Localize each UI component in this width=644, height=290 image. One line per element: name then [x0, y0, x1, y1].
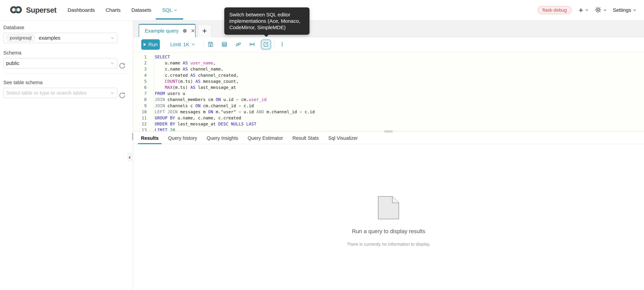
nav-item-dashboards[interactable]: Dashboards [68, 7, 95, 13]
save-icon [208, 41, 214, 48]
highlighted-icon-wrap [260, 39, 271, 50]
table-select-placeholder: Select table or type to search tables [6, 90, 86, 96]
chevron-down-icon [192, 42, 195, 45]
code-line: c.name AS channel_name, [155, 66, 644, 72]
refresh-icon [118, 67, 126, 70]
results-tab-result-stats[interactable]: Result Stats [292, 135, 319, 144]
chevron-down-icon [174, 8, 177, 11]
navbar-right: flask-debug + Settings [538, 6, 638, 14]
results-tab-bar: ResultsQuery historyQuery InsightsQuery … [133, 131, 644, 144]
empty-state-subtitle: There is currently no information to dis… [347, 242, 430, 247]
collapse-sidebar-button[interactable] [127, 153, 132, 162]
nav-item-label: SQL [162, 7, 172, 13]
link-icon [236, 41, 241, 48]
chevron-down-icon [604, 8, 606, 11]
save-button[interactable] [204, 37, 218, 52]
chevron-down-icon [111, 91, 114, 94]
nav-item-label: Dashboards [68, 7, 95, 13]
environment-badge: flask-debug [538, 6, 572, 14]
plus-icon: + [579, 7, 583, 13]
settings-menu[interactable]: Settings [613, 7, 636, 13]
results-tab-query-estimator[interactable]: Query Estimator [248, 135, 283, 144]
sql-editor[interactable]: 12345678910111213 SELECT u.name AS user_… [133, 52, 644, 131]
editor-width-icon [249, 41, 255, 48]
empty-state-title: Run a query to display results [352, 228, 425, 235]
results-panel: ResultsQuery historyQuery InsightsQuery … [133, 131, 644, 290]
sidebar-divider [4, 73, 130, 73]
run-query-button[interactable]: Run [141, 39, 160, 50]
query-tab[interactable]: Example query ✕ [139, 24, 196, 37]
results-tab-query-history[interactable]: Query history [168, 135, 197, 144]
chevron-down-icon [634, 8, 636, 11]
code-line: JOIN channel_members cm ON u.id = cm.use… [155, 97, 644, 103]
brand-name: Superset [26, 6, 56, 14]
editor-results-split-handle[interactable] [384, 130, 393, 133]
table-select[interactable]: Select table or type to search tables [4, 88, 118, 98]
refresh-tables-button[interactable] [118, 92, 126, 99]
chevron-down-icon [111, 36, 114, 39]
nav-item-sql[interactable]: SQL [162, 7, 176, 13]
table-button[interactable] [218, 37, 231, 52]
tooltip-text: Switch between SQL editor implementation… [229, 12, 300, 30]
sqllab-left-panel: Database postgresql examples Schema publ… [0, 20, 133, 290]
more-button[interactable] [275, 37, 289, 52]
link-button[interactable] [231, 37, 245, 52]
code-line: JOIN channels c ON cm.channel_id = c.id [155, 103, 644, 109]
settings-label: Settings [613, 7, 631, 13]
chevron-left-icon [129, 156, 132, 159]
refresh-schemas-button[interactable] [118, 62, 126, 69]
empty-document-icon [378, 196, 400, 219]
results-tab-query-insights[interactable]: Query Insights [206, 135, 238, 144]
top-navbar: Superset DashboardsChartsDatasetsSQL fla… [0, 0, 644, 20]
close-tab-button[interactable]: ✕ [191, 28, 195, 33]
query-tab-title: Example query [145, 28, 178, 34]
chevron-down-icon [111, 61, 114, 64]
sun-icon [595, 6, 602, 14]
database-label: Database [4, 25, 133, 30]
panel-resize-grip[interactable] [132, 133, 133, 140]
code-line: SELECT [155, 54, 644, 60]
sql-code-area[interactable]: SELECT u.name AS user_name, c.name AS ch… [133, 54, 644, 131]
editor-toolbar: Run Limit 1K [133, 37, 644, 52]
schema-select-value: public [6, 60, 19, 66]
switch-editor-tooltip: Switch between SQL editor implementation… [224, 7, 310, 35]
superset-logo[interactable]: Superset [9, 5, 56, 15]
schema-select[interactable]: public [4, 58, 118, 68]
switch-editor-icon [263, 41, 269, 48]
superset-logo-icon [9, 5, 24, 15]
results-empty-state: Run a query to display results There is … [133, 144, 644, 247]
unsaved-indicator-dot [183, 29, 187, 33]
code-line: u.name AS user_name, [155, 60, 644, 66]
refresh-icon [118, 97, 126, 100]
theme-menu[interactable] [595, 6, 606, 14]
more-icon [279, 41, 285, 48]
code-line: LIMIT 20 [155, 127, 644, 131]
schema-label: Schema [4, 50, 133, 56]
code-line: MAX(m.ts) AS last_message_at [155, 84, 644, 90]
new-item-menu[interactable]: + [579, 7, 588, 13]
main-nav: DashboardsChartsDatasetsSQL [68, 7, 176, 13]
switch-editor-button[interactable] [259, 37, 273, 52]
play-icon [144, 42, 146, 47]
nav-item-datasets[interactable]: Datasets [131, 7, 151, 13]
indent-guide [165, 60, 165, 90]
code-line: COUNT(m.ts) AS message_count, [155, 78, 644, 84]
toolbar-icon-row [204, 37, 289, 52]
database-engine-pill: postgresql [6, 34, 35, 42]
results-tab-results[interactable]: Results [141, 135, 159, 144]
chevron-down-icon [586, 8, 588, 11]
editor-width-button[interactable] [245, 37, 259, 52]
code-line: c.created AS channel_created, [155, 72, 644, 78]
run-label: Run [148, 42, 158, 47]
editor-tab-strip: Example query ✕ + [133, 20, 644, 37]
sqllab-main: Example query ✕ + Run Limit 1K 123456789… [133, 20, 644, 290]
nav-item-charts[interactable]: Charts [106, 7, 120, 13]
nav-item-label: Datasets [131, 7, 151, 13]
row-limit-dropdown[interactable]: Limit 1K [170, 42, 194, 47]
add-tab-button[interactable]: + [198, 24, 211, 37]
database-select[interactable]: postgresql examples [4, 33, 118, 43]
database-select-value: examples [39, 35, 60, 41]
results-tab-sql-visualizer[interactable]: Sql Visualizer [328, 135, 358, 144]
limit-value: 1K [183, 42, 189, 47]
limit-label: Limit [170, 42, 181, 47]
